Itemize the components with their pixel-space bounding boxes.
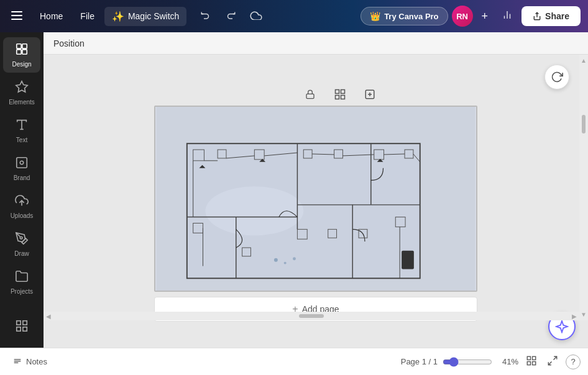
notes-button[interactable]: Notes: [7, 355, 52, 369]
lock-tool-button[interactable]: [300, 84, 320, 104]
menu-icon[interactable]: [7, 6, 26, 27]
share-label: Share: [545, 11, 569, 21]
floor-plan-image: [155, 107, 476, 291]
svg-rect-22: [306, 94, 314, 98]
main-area: Design Elements Text: [0, 32, 588, 348]
position-label: Position: [53, 38, 85, 48]
design-icon: [15, 42, 29, 59]
svg-line-77: [548, 361, 551, 364]
svg-rect-25: [336, 96, 339, 99]
share-button[interactable]: Share: [521, 6, 581, 26]
sidebar-item-brand[interactable]: Brand: [3, 151, 40, 186]
design-canvas[interactable]: [154, 106, 477, 292]
svg-rect-65: [402, 251, 414, 269]
svg-point-67: [284, 262, 287, 264]
analytics-button[interactable]: [497, 7, 518, 26]
svg-rect-75: [533, 361, 536, 364]
page-indicator[interactable]: Page 1 / 1: [401, 357, 438, 366]
svg-rect-18: [17, 321, 21, 325]
brand-icon: [15, 156, 29, 173]
canvas-float-toolbar: [300, 84, 380, 104]
zoom-slider-wrap: [443, 357, 492, 367]
svg-line-76: [554, 356, 557, 359]
sidebar-projects-label: Projects: [11, 288, 33, 295]
cloud-save-button[interactable]: [245, 7, 267, 25]
magic-switch-icon: ✨: [112, 11, 124, 22]
sidebar-item-apps[interactable]: [3, 314, 40, 343]
sidebar: Design Elements Text: [0, 32, 44, 348]
svg-rect-72: [527, 356, 530, 359]
redo-button[interactable]: [220, 7, 241, 26]
crown-icon: 👑: [370, 11, 380, 21]
canvas-area: Position ▲ ▼: [44, 32, 588, 348]
bottom-bar: Notes Page 1 / 1 41% ?: [0, 348, 588, 375]
scroll-down-arrow[interactable]: ▼: [581, 311, 587, 318]
zoom-percent: 41%: [497, 357, 518, 366]
group-tool-button[interactable]: [330, 84, 350, 104]
sidebar-item-design[interactable]: Design: [3, 37, 40, 73]
svg-rect-20: [23, 327, 27, 331]
sidebar-brand-label: Brand: [14, 174, 30, 181]
svg-rect-2: [11, 19, 22, 20]
svg-point-68: [293, 257, 296, 260]
svg-rect-0: [11, 11, 22, 12]
nav-home[interactable]: Home: [32, 7, 70, 25]
text-icon: [15, 118, 29, 135]
svg-point-17: [20, 237, 22, 239]
zoom-controls: 41%: [443, 357, 518, 367]
svg-rect-14: [17, 158, 27, 168]
scroll-right-arrow[interactable]: ▶: [572, 313, 577, 320]
sidebar-item-projects[interactable]: Projects: [3, 264, 40, 300]
magic-switch-btn[interactable]: ✨ Magic Switch: [104, 7, 186, 26]
sidebar-uploads-label: Uploads: [11, 212, 34, 219]
user-avatar[interactable]: RN: [452, 6, 473, 27]
sidebar-text-label: Text: [16, 137, 27, 143]
nav-file[interactable]: File: [73, 7, 102, 25]
svg-rect-7: [17, 44, 21, 48]
sidebar-design-label: Design: [12, 61, 31, 68]
sidebar-item-uploads[interactable]: Uploads: [3, 189, 40, 224]
uploads-icon: [15, 194, 29, 210]
scroll-up-arrow[interactable]: ▲: [581, 57, 587, 64]
add-user-button[interactable]: +: [477, 7, 494, 25]
topbar-actions: [195, 7, 267, 26]
svg-rect-26: [341, 96, 345, 99]
sidebar-elements-label: Elements: [9, 99, 35, 106]
apps-icon: [15, 319, 29, 336]
grid-view-button[interactable]: [523, 353, 540, 371]
sidebar-item-text[interactable]: Text: [3, 113, 40, 148]
zoom-slider[interactable]: [443, 357, 492, 367]
svg-marker-11: [16, 81, 27, 92]
try-pro-label: Try Canva Pro: [384, 12, 438, 21]
svg-point-15: [20, 161, 24, 165]
canvas-viewport[interactable]: + Add page: [44, 55, 588, 348]
notes-label: Notes: [26, 357, 47, 366]
svg-rect-8: [22, 44, 27, 48]
add-tool-button[interactable]: [360, 84, 380, 104]
projects-icon: [15, 269, 29, 286]
svg-rect-24: [341, 90, 345, 94]
undo-button[interactable]: [195, 7, 216, 26]
svg-rect-74: [527, 361, 530, 364]
expand-button[interactable]: [544, 353, 561, 371]
svg-rect-73: [533, 356, 536, 359]
svg-rect-10: [22, 50, 27, 54]
magic-switch-label: Magic Switch: [128, 11, 179, 21]
sidebar-draw-label: Draw: [14, 250, 29, 257]
help-button[interactable]: ?: [566, 355, 581, 369]
elements-icon: [15, 80, 29, 97]
topbar-nav: Home File ✨ Magic Switch: [32, 7, 186, 26]
svg-rect-19: [23, 321, 27, 325]
canvas-header: Position: [44, 32, 588, 55]
svg-point-66: [274, 258, 278, 262]
sidebar-item-elements[interactable]: Elements: [3, 75, 40, 111]
draw-icon: [15, 232, 29, 248]
svg-rect-9: [17, 50, 21, 54]
svg-rect-23: [336, 90, 339, 94]
svg-rect-1: [11, 15, 22, 16]
scroll-left-arrow[interactable]: ◀: [46, 313, 51, 320]
magic-refresh-button[interactable]: [544, 65, 569, 89]
svg-rect-21: [17, 327, 21, 331]
try-pro-button[interactable]: 👑 Try Canva Pro: [361, 7, 448, 25]
sidebar-item-draw[interactable]: Draw: [3, 227, 40, 262]
